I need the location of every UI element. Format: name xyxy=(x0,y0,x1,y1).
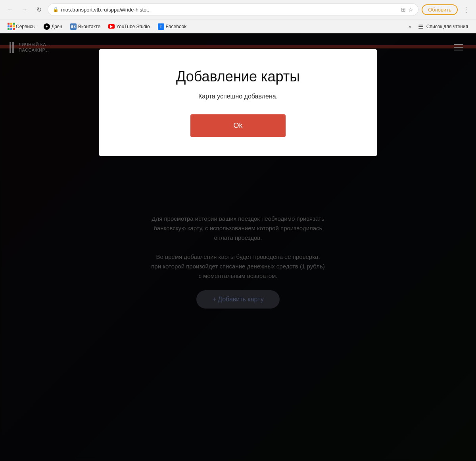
reading-list-label: Список для чтения xyxy=(426,24,468,29)
bookmark-zen[interactable]: ✦ Дзен xyxy=(40,22,65,31)
bookmark-services-label: Сервисы xyxy=(16,24,36,29)
modal-title: Добавление карты xyxy=(176,68,300,85)
modal-message: Карта успешно добавлена. xyxy=(198,93,278,100)
bookmark-facebook-label: Facebook xyxy=(166,24,187,29)
bookmark-youtube-label: YouTube Studio xyxy=(116,24,150,29)
browser-chrome: ← → ↻ 🔒 mos.transport.vtb.ru/sppa/#/ride… xyxy=(0,0,476,33)
reload-button[interactable]: ↻ xyxy=(33,4,44,15)
vk-icon: вк xyxy=(70,23,77,30)
reading-list-button[interactable]: Список для чтения xyxy=(415,22,471,31)
update-button[interactable]: Обновить xyxy=(422,4,458,15)
facebook-icon: f xyxy=(158,23,164,30)
bookmark-vk[interactable]: вк Вконтакте xyxy=(67,22,104,31)
more-bookmarks-icon[interactable]: » xyxy=(409,24,411,29)
reading-list-icon xyxy=(418,23,424,30)
modal-ok-button[interactable]: Ok xyxy=(190,114,286,137)
bookmark-facebook[interactable]: f Facebook xyxy=(155,22,190,31)
bookmark-services[interactable]: Сервисы xyxy=(5,22,39,31)
bookmark-zen-label: Дзен xyxy=(52,24,62,29)
url-text: mos.transport.vtb.ru/sppa/#/ride-histo..… xyxy=(61,7,399,13)
google-apps-icon xyxy=(8,23,14,30)
bookmarks-more: » Список для чтения xyxy=(409,22,471,31)
modal-overlay: Добавление карты Карта успешно добавлена… xyxy=(0,33,476,461)
modal-dialog: Добавление карты Карта успешно добавлена… xyxy=(99,49,377,156)
lock-icon: 🔒 xyxy=(53,7,59,12)
translate-icon[interactable]: ⊞ xyxy=(401,6,406,13)
browser-menu-icon[interactable]: ⋮ xyxy=(461,4,471,15)
zen-icon: ✦ xyxy=(44,23,50,30)
browser-titlebar: ← → ↻ 🔒 mos.transport.vtb.ru/sppa/#/ride… xyxy=(0,0,476,19)
page-content: ЛИЧНЫЙ КА... ПАССАЖИР... Для просмотра и… xyxy=(0,33,476,461)
youtube-icon xyxy=(108,23,115,30)
browser-actions: Обновить ⋮ xyxy=(422,4,471,15)
address-bar[interactable]: 🔒 mos.transport.vtb.ru/sppa/#/ride-histo… xyxy=(48,3,418,16)
bookmark-star-icon[interactable]: ☆ xyxy=(408,6,413,13)
bookmark-vk-label: Вконтакте xyxy=(78,24,100,29)
bookmarks-bar: Сервисы ✦ Дзен вк Вконтакте YouTube Stud… xyxy=(0,19,476,33)
back-button[interactable]: ← xyxy=(5,4,16,15)
forward-button[interactable]: → xyxy=(19,4,30,15)
bookmark-youtube[interactable]: YouTube Studio xyxy=(105,22,153,31)
